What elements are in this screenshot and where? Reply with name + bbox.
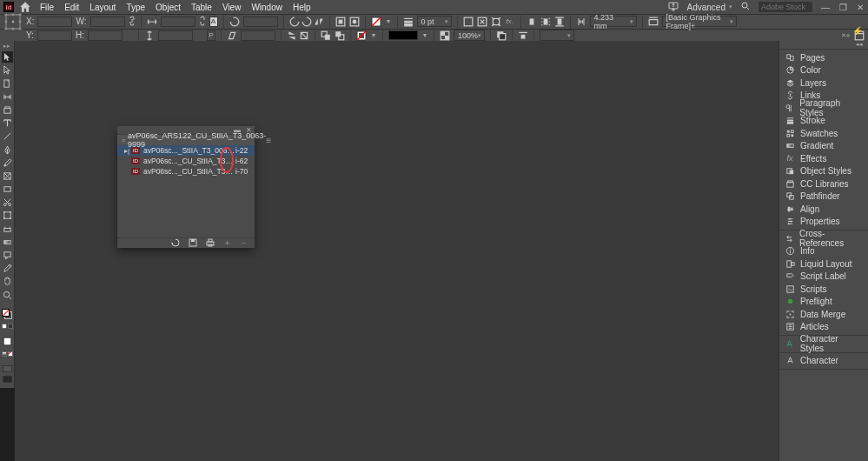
- fx-button[interactable]: fx.: [505, 17, 515, 27]
- rectangle-tool[interactable]: [2, 184, 13, 195]
- panel-script-label[interactable]: Script Label: [779, 271, 868, 284]
- pencil-tool[interactable]: [2, 157, 13, 169]
- panel-articles[interactable]: Articles: [779, 321, 868, 334]
- wrap-jump-icon[interactable]: [518, 30, 528, 41]
- view-mode-normal[interactable]: [3, 365, 12, 372]
- fit-content-icon[interactable]: [477, 17, 487, 27]
- pen-tool[interactable]: [2, 144, 13, 156]
- wrap-around-icon[interactable]: [540, 17, 551, 27]
- note-tool[interactable]: [2, 250, 13, 261]
- y-input[interactable]: [37, 30, 72, 41]
- gpu-performance-icon[interactable]: ⚡: [852, 26, 863, 36]
- panel-effects[interactable]: fxEffects: [779, 152, 868, 165]
- select-next-icon[interactable]: [335, 30, 345, 41]
- color-mode-buttons[interactable]: [2, 324, 13, 329]
- opacity-dropdown[interactable]: 100%: [454, 30, 485, 41]
- menu-edit[interactable]: Edit: [64, 3, 79, 12]
- a-button[interactable]: A: [209, 17, 218, 27]
- fill-stroke-proxy[interactable]: [2, 309, 12, 319]
- panel-color[interactable]: Color: [779, 64, 868, 77]
- drop-shadow-icon[interactable]: [496, 30, 507, 41]
- panel-pages[interactable]: Pages: [779, 51, 868, 64]
- publish-online-icon[interactable]: [668, 1, 679, 13]
- selection-tool[interactable]: [2, 51, 13, 63]
- panel-cc-libraries[interactable]: CC Libraries: [779, 177, 868, 190]
- menu-file[interactable]: File: [40, 3, 54, 12]
- menu-window[interactable]: Window: [251, 3, 282, 12]
- rotate-input[interactable]: [243, 17, 278, 27]
- scissors-tool[interactable]: [2, 197, 13, 208]
- rotate-ccw-icon[interactable]: [289, 17, 300, 27]
- select-prev-icon[interactable]: [321, 30, 331, 41]
- add-document-icon[interactable]: ＋: [223, 237, 231, 249]
- scale-x-input[interactable]: [161, 17, 195, 27]
- book-row-3[interactable]: ID avP06sc..._CU_StIIA_T3_0063-9999_III …: [117, 166, 255, 177]
- eyedropper-tool[interactable]: [2, 263, 13, 274]
- stroke-style-swatch[interactable]: [388, 30, 418, 40]
- book-tab[interactable]: ≡ avP06sc_ARS122_CU_StIIA_T3_0063-9999 ≡: [117, 135, 255, 145]
- direct-selection-tool[interactable]: [2, 64, 13, 76]
- wrap-shape-icon[interactable]: [554, 17, 565, 27]
- window-restore[interactable]: ❐: [838, 3, 847, 12]
- book-row-2[interactable]: ID avP06sc..._CU_StIIA_T3_0063-9999_II i…: [117, 156, 255, 166]
- zoom-tool[interactable]: [2, 290, 13, 301]
- panel-swatches[interactable]: Swatches: [779, 127, 868, 140]
- line-tool[interactable]: [2, 130, 13, 142]
- rotate-cw-icon[interactable]: [301, 17, 312, 27]
- panel-pathfinder[interactable]: Pathfinder: [779, 190, 868, 204]
- gradient-swatch-tool[interactable]: [2, 224, 13, 235]
- stroke-swatch-icon[interactable]: [356, 30, 367, 41]
- adobe-stock-search[interactable]: [759, 2, 812, 12]
- panel-gradient[interactable]: Gradient: [779, 140, 868, 153]
- wrap-none-icon[interactable]: [527, 17, 537, 27]
- stroke-dropdown-icon[interactable]: ▾: [370, 30, 377, 41]
- fit-frame-icon[interactable]: [491, 17, 501, 27]
- workspace-switcher[interactable]: Advanced▾: [687, 3, 732, 12]
- panel-properties[interactable]: Properties: [779, 216, 868, 229]
- page-tool[interactable]: [2, 78, 13, 90]
- fill-swatch-icon[interactable]: [371, 17, 381, 27]
- object-style-dropdown[interactable]: [Basic Graphics Frame]+: [662, 16, 737, 27]
- flip-vertical-icon[interactable]: [287, 30, 297, 41]
- panel-liquid-layout[interactable]: Liquid Layout: [779, 257, 868, 271]
- shear-input[interactable]: [241, 30, 275, 41]
- panel-character-styles[interactable]: Character Styles: [779, 337, 868, 351]
- fill-dropdown-icon[interactable]: ▾: [385, 17, 392, 27]
- p-button[interactable]: P: [207, 30, 215, 41]
- save-book-icon[interactable]: [189, 238, 197, 249]
- panel-scripts[interactable]: Scripts: [779, 283, 868, 296]
- book-panel[interactable]: ▬ ✕ ≡ avP06sc_ARS122_CU_StIIA_T3_0063-99…: [117, 126, 255, 248]
- corner-options-dropdown[interactable]: [540, 30, 574, 41]
- h-input[interactable]: [88, 30, 123, 41]
- menu-table[interactable]: Table: [191, 3, 212, 12]
- home-icon[interactable]: [19, 2, 31, 12]
- view-mode-preview[interactable]: [3, 376, 12, 383]
- content-collector-tool[interactable]: [2, 104, 13, 116]
- menu-view[interactable]: View: [222, 3, 242, 12]
- hand-tool[interactable]: [2, 276, 13, 287]
- print-book-icon[interactable]: [206, 238, 215, 249]
- sync-icon[interactable]: [171, 238, 180, 249]
- panel-character[interactable]: Character: [779, 355, 868, 368]
- menu-help[interactable]: Help: [293, 3, 311, 12]
- stroke-weight-dropdown[interactable]: 0 pt: [417, 16, 452, 27]
- gap-value-dropdown[interactable]: 4.233 mm: [590, 16, 637, 27]
- flip-horizontal-icon[interactable]: [314, 17, 324, 27]
- gap-tool[interactable]: [2, 91, 13, 103]
- remove-document-icon[interactable]: －: [240, 237, 248, 249]
- x-input[interactable]: [37, 17, 72, 27]
- scale-y-input[interactable]: [158, 30, 193, 41]
- flip-both-icon[interactable]: [299, 30, 309, 41]
- window-close[interactable]: ✕: [856, 3, 865, 12]
- free-transform-tool[interactable]: [2, 210, 13, 221]
- menu-layout[interactable]: Layout: [89, 3, 116, 12]
- right-panel-collapse-icon[interactable]: ◂◂: [779, 41, 868, 50]
- book-row-1[interactable]: ▸| ID avP06sc..._StIIA_T3_0063-9999_I i-…: [117, 145, 255, 156]
- type-tool[interactable]: [2, 117, 13, 129]
- menu-object[interactable]: Object: [156, 3, 181, 12]
- clear-overrides-icon[interactable]: ✕⎆: [840, 30, 851, 41]
- panel-preflight[interactable]: Preflight: [779, 296, 868, 309]
- auto-fit-icon[interactable]: [463, 17, 474, 27]
- reference-point-icon[interactable]: [3, 12, 23, 31]
- stroke-style-dropdown-icon[interactable]: ▾: [421, 30, 428, 41]
